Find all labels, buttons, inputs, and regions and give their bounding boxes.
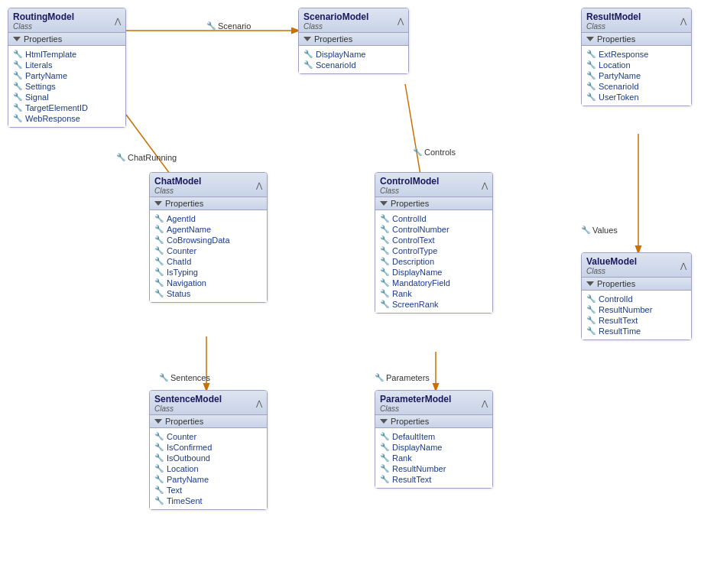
routing-model-header[interactable]: RoutingModel Class ⋀ [8,8,125,33]
chat-model-collapse[interactable]: ⋀ [256,181,262,190]
conn-label-chatrunning: 🔧 ChatRunning [116,153,177,162]
prop-navigation: 🔧Navigation [154,278,262,288]
chat-model-stereotype: Class [154,187,201,195]
prop-resulttime: 🔧ResultTime [586,326,686,336]
prop-htmltemplate: 🔧HtmlTemplate [13,49,121,60]
value-model-collapse[interactable]: ⋀ [680,262,686,270]
prop-partyname2: 🔧PartyName [586,70,686,81]
prop-agentid: 🔧AgentId [154,213,262,224]
control-model-title: ControlModel [380,176,439,187]
result-model-collapse[interactable]: ⋀ [680,17,686,25]
value-section-label: Properties [597,279,635,288]
prop-resultnumber: 🔧ResultNumber [586,304,686,315]
sentence-model-title: SentenceModel [154,394,222,404]
value-model-box: ValueModel Class ⋀ Properties 🔧ControlId… [581,252,692,340]
result-model-box: ResultModel Class ⋀ Properties 🔧ExtRespo… [581,8,692,106]
result-model-header[interactable]: ResultModel Class ⋀ [582,8,691,33]
prop-webresponse: 🔧WebResponse [13,113,121,124]
sentence-model-header[interactable]: SentenceModel Class ⋀ [150,391,267,415]
scenario-section-label: Properties [314,34,352,44]
routing-model-section[interactable]: Properties [8,33,125,46]
chat-model-title: ChatModel [154,176,201,187]
triangle-icon [380,201,388,206]
routing-model-collapse[interactable]: ⋀ [115,17,121,25]
prop-counter2: 🔧Counter [154,431,262,442]
chat-section-label: Properties [165,199,203,208]
control-model-box: ControlModel Class ⋀ Properties 🔧Control… [375,172,493,313]
routing-model-title: RoutingModel [13,11,74,22]
prop-chatid: 🔧ChatId [154,256,262,267]
prop-description: 🔧Description [380,256,488,267]
conn-label-scenario: 🔧 Scenario [206,21,251,31]
triangle-icon [380,419,388,424]
control-model-section[interactable]: Properties [375,197,492,210]
scenario-model-properties: 🔧DisplayName 🔧ScenarioId [299,46,408,73]
wrench-icon: 🔧 [413,148,422,156]
triangle-icon [154,419,162,424]
parameter-model-section[interactable]: Properties [375,415,492,428]
chat-model-section[interactable]: Properties [150,197,267,210]
prop-rank: 🔧Rank [380,288,488,299]
wrench-icon: 🔧 [581,226,590,234]
scenario-model-section[interactable]: Properties [299,33,408,46]
prop-controlnumber: 🔧ControlNumber [380,224,488,235]
sentence-section-label: Properties [165,417,203,426]
prop-controlid2: 🔧ControlId [586,294,686,304]
sentence-model-collapse[interactable]: ⋀ [256,399,262,408]
result-model-properties: 🔧ExtResponse 🔧Location 🔧PartyName 🔧Scena… [582,46,691,106]
value-model-section[interactable]: Properties [582,278,691,291]
prop-scenarioid: 🔧ScenarioId [303,60,404,70]
parameter-model-collapse[interactable]: ⋀ [482,399,488,408]
prop-status: 🔧Status [154,288,262,299]
prop-defaultitem: 🔧DefaultItem [380,431,488,442]
control-model-stereotype: Class [380,187,439,195]
parameter-model-box: ParameterModel Class ⋀ Properties 🔧Defau… [375,390,493,489]
triangle-icon [154,201,162,206]
triangle-icon [13,37,21,41]
chat-model-header[interactable]: ChatModel Class ⋀ [150,173,267,197]
routing-model-properties: 🔧HtmlTemplate 🔧Literals 🔧PartyName 🔧Sett… [8,46,125,127]
control-model-collapse[interactable]: ⋀ [482,181,488,190]
result-model-section[interactable]: Properties [582,33,691,46]
prop-displayname: 🔧DisplayName [303,49,404,60]
wrench-icon: 🔧 [375,374,384,382]
triangle-icon [303,37,311,41]
value-model-header[interactable]: ValueModel Class ⋀ [582,253,691,278]
result-model-stereotype: Class [586,22,641,31]
parameter-section-label: Properties [391,417,429,426]
parameter-model-header[interactable]: ParameterModel Class ⋀ [375,391,492,415]
prop-literals: 🔧Literals [13,60,121,70]
conn-label-controls: 🔧 Controls [413,148,456,157]
control-section-label: Properties [391,199,429,208]
sentence-model-section[interactable]: Properties [150,415,267,428]
triangle-icon [586,37,594,41]
prop-isoutbound: 🔧IsOutbound [154,453,262,463]
prop-partyname3: 🔧PartyName [154,474,262,485]
control-model-properties: 🔧ControlId 🔧ControlNumber 🔧ControlText 🔧… [375,210,492,313]
chat-model-box: ChatModel Class ⋀ Properties 🔧AgentId 🔧A… [149,172,268,303]
value-model-properties: 🔧ControlId 🔧ResultNumber 🔧ResultText 🔧Re… [582,291,691,339]
prop-resulttext2: 🔧ResultText [380,474,488,485]
conn-label-values: 🔧 Values [581,226,618,235]
scenario-model-collapse[interactable]: ⋀ [398,17,404,25]
scenario-model-header[interactable]: ScenarioModel Class ⋀ [299,8,408,33]
prop-signal: 🔧Signal [13,92,121,102]
prop-displayname2: 🔧DisplayName [380,267,488,278]
prop-extresponse: 🔧ExtResponse [586,49,686,60]
prop-scenarioid2: 🔧ScenarioId [586,81,686,92]
prop-isconfirmed: 🔧IsConfirmed [154,442,262,453]
prop-controlid: 🔧ControlId [380,213,488,224]
conn-label-sentences: 🔧 Sentences [159,373,210,382]
wrench-icon: 🔧 [206,22,216,30]
prop-resultnumber2: 🔧ResultNumber [380,463,488,474]
prop-agentname: 🔧AgentName [154,224,262,235]
prop-cobrowsingdata: 🔧CoBrowsingData [154,235,262,245]
prop-partyname: 🔧PartyName [13,70,121,81]
prop-targetelementid: 🔧TargetElementID [13,102,121,113]
prop-mandatoryfield: 🔧MandatoryField [380,278,488,288]
wrench-icon: 🔧 [116,154,125,161]
result-section-label: Properties [597,34,635,44]
control-model-header[interactable]: ControlModel Class ⋀ [375,173,492,197]
scenario-model-title: ScenarioModel [303,11,368,22]
prop-timesent: 🔧TimeSent [154,495,262,506]
